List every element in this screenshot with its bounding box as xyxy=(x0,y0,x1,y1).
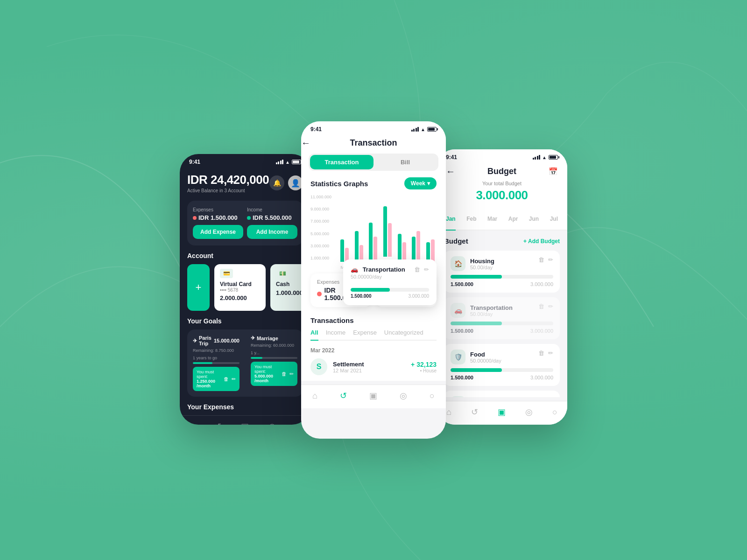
tab-bill[interactable]: Bill xyxy=(374,155,437,169)
chart-col-sat: Sat xyxy=(410,195,423,270)
bar-green-4 xyxy=(398,234,402,262)
back-button-center[interactable]: ← xyxy=(301,138,310,148)
nav-user-right[interactable]: ○ xyxy=(552,407,557,417)
transport-delete-icon[interactable]: 🗑 xyxy=(538,303,544,310)
transactions-title: Transactions xyxy=(310,316,437,324)
tx-info: Settlement 12 Mar 2021 xyxy=(333,361,405,373)
add-account-button[interactable]: + xyxy=(187,264,210,311)
nav-wallet-center[interactable]: ▣ xyxy=(369,391,377,401)
tx-tab-uncategorized[interactable]: Uncategorized xyxy=(384,329,423,340)
food-edit-icon[interactable]: ✏ xyxy=(548,350,553,357)
battery-icon-left xyxy=(292,160,301,164)
phone-left: 9:41 ▲ IDR 24,420,000 Active Balance in … xyxy=(180,154,310,425)
notification-icon[interactable]: 🔔 xyxy=(269,175,284,190)
transport-edit-icon[interactable]: ✏ xyxy=(548,303,553,310)
tooltip-spent: 1.500.000 xyxy=(351,294,372,299)
stats-header: Statistics Graphs Week ▾ xyxy=(310,177,437,189)
cash-name: Cash xyxy=(276,281,303,287)
nav-refresh-right[interactable]: ↺ xyxy=(471,407,478,417)
tx-tab-income[interactable]: Income xyxy=(326,329,346,340)
bar-pink-4 xyxy=(402,242,406,262)
tx-item-date: 12 Mar 2021 xyxy=(333,368,405,373)
tx-tab-expense[interactable]: Expense xyxy=(353,329,377,340)
bar-green-0 xyxy=(340,239,344,262)
nav-home-center[interactable]: ⌂ xyxy=(312,391,317,401)
tooltip-icon: 🚗 xyxy=(351,266,358,273)
nav-refresh-left[interactable]: ↺ xyxy=(214,421,221,425)
cash-amount: 1.000.000 xyxy=(276,289,303,296)
transport-rate: 50.00/day xyxy=(470,311,513,317)
chart-container: 11.000.000 9.000.000 7.000.000 5.000.000… xyxy=(310,195,437,270)
your-expenses-header: Your Expenses › xyxy=(187,403,303,411)
income-label: Income xyxy=(247,207,297,212)
back-button-right[interactable]: ← xyxy=(446,166,455,177)
month-feb[interactable]: Feb xyxy=(466,216,476,226)
tooltip-total: 3.000.000 xyxy=(409,294,430,299)
personal-edit-icon[interactable]: ✏ xyxy=(548,396,553,397)
nav-wallet-left[interactable]: ▣ xyxy=(241,421,249,425)
housing-edit-icon[interactable]: ✏ xyxy=(548,256,553,263)
nav-user-left[interactable]: ○ xyxy=(296,422,301,425)
goal-paris: ✈ Paris Trip 15.000.000 Remaining: 8.750… xyxy=(193,335,240,391)
income-item: Income IDR 5.500.000 Add Income xyxy=(247,207,297,239)
month-mar[interactable]: Mar xyxy=(487,216,497,226)
tooltip-delete-icon[interactable]: 🗑 xyxy=(414,266,420,273)
tooltip-popup: 🚗 Transportation 50.00000/day 🗑 ✏ 1.500.… xyxy=(343,259,437,305)
nav-refresh-center[interactable]: ↺ xyxy=(340,391,347,401)
personal-icon: 👤 xyxy=(451,396,465,397)
virtual-card[interactable]: 💳 Virtual Card •••• 5678 2.000.000 xyxy=(214,264,266,311)
bar-green-3 xyxy=(383,206,387,257)
tooltip-sub: 50.00000/day xyxy=(351,274,405,280)
add-income-button[interactable]: Add Income xyxy=(247,225,297,239)
tx-tab-all[interactable]: All xyxy=(310,329,318,341)
goal2-edit-icon[interactable]: ✏ xyxy=(289,371,294,377)
wifi-icon-left: ▲ xyxy=(285,160,290,165)
center-header: ← Transaction xyxy=(301,134,446,154)
goal2-delete-icon[interactable]: 🗑 xyxy=(282,371,287,377)
goals-section: ✈ Paris Trip 15.000.000 Remaining: 8.750… xyxy=(187,329,303,397)
month-jun[interactable]: Jun xyxy=(529,216,539,226)
chart-col-fri: Fri xyxy=(395,195,408,270)
nav-user-center[interactable]: ○ xyxy=(430,391,435,401)
housing-delete-icon[interactable]: 🗑 xyxy=(538,256,544,263)
transport-name: Transportation xyxy=(470,304,513,311)
cash-card[interactable]: 💵 Cash 1.000.000 xyxy=(270,264,303,311)
month-jul[interactable]: Jul xyxy=(550,216,558,226)
goal1-delete-icon[interactable]: 🗑 xyxy=(224,376,229,382)
add-expense-button[interactable]: Add Expense xyxy=(193,225,243,239)
goal2-spend-label: You must spent: xyxy=(254,364,282,374)
chart-col-mon: Mon xyxy=(338,195,351,270)
nav-home-right[interactable]: ⌂ xyxy=(446,407,451,417)
personal-delete-icon[interactable]: 🗑 xyxy=(538,396,544,397)
bar-pink-2 xyxy=(374,237,377,262)
budget-list: Budget + Add Budget 🏠 Housing 50.00/day xyxy=(437,231,567,397)
nav-target-left[interactable]: ◎ xyxy=(268,421,276,425)
goal1-amount: 15.000.000 xyxy=(214,338,240,343)
phone-center: 9:41 ▲ ← Transaction Transaction Bill xyxy=(301,121,446,439)
chart-col-wed: Wed xyxy=(367,195,380,270)
month-apr[interactable]: Apr xyxy=(508,216,518,226)
your-expenses-title: Your Expenses xyxy=(187,403,234,411)
chart-col-tue: Tue xyxy=(353,195,366,270)
tooltip-edit-icon[interactable]: ✏ xyxy=(424,266,429,273)
left-phone-main: IDR 24,420,000 Active Balance in 3 Accou… xyxy=(180,167,310,411)
food-delete-icon[interactable]: 🗑 xyxy=(538,350,544,357)
month-jan[interactable]: Jan xyxy=(446,216,456,231)
status-icons-left: ▲ xyxy=(276,160,301,165)
expenses-amount: IDR 1.500.000 xyxy=(193,214,243,221)
goal1-edit-icon[interactable]: ✏ xyxy=(232,376,236,382)
nav-wallet-right[interactable]: ▣ xyxy=(498,407,506,417)
nav-target-right[interactable]: ◎ xyxy=(525,407,533,417)
housing-progress xyxy=(451,275,553,279)
tab-transaction[interactable]: Transaction xyxy=(310,155,374,169)
nav-target-center[interactable]: ◎ xyxy=(400,391,407,401)
expense-dot xyxy=(193,216,197,220)
bar-green-6 xyxy=(426,242,430,262)
week-button[interactable]: Week ▾ xyxy=(404,177,437,189)
bottom-nav-right: ⌂ ↺ ▣ ◎ ○ xyxy=(437,401,567,425)
goal1-monthly: 1.250.000 /month xyxy=(197,379,224,388)
status-icons-right: ▲ xyxy=(533,155,558,160)
add-budget-button[interactable]: + Add Budget xyxy=(523,238,560,245)
nav-home-left[interactable]: ⌂ xyxy=(190,422,195,425)
calendar-icon[interactable]: 📅 xyxy=(549,167,558,176)
